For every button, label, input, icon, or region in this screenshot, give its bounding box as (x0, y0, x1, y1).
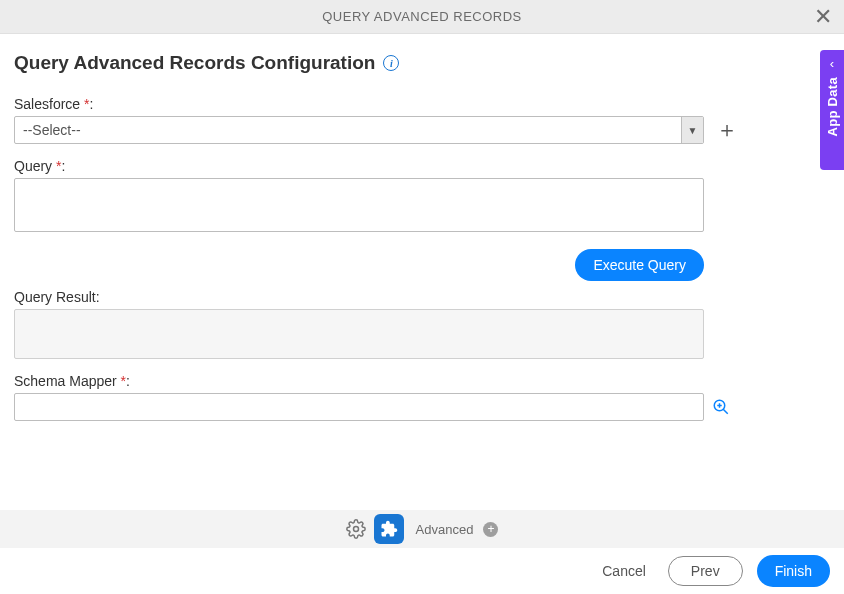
required-asterisk: * (56, 158, 61, 174)
query-label-text: Query (14, 158, 52, 174)
schema-field-group: Schema Mapper *: (14, 373, 830, 421)
add-salesforce-button[interactable]: ＋ (714, 119, 740, 141)
schema-mapper-label: Schema Mapper *: (14, 373, 830, 389)
chevron-left-icon: ‹ (830, 56, 834, 71)
advanced-label: Advanced (416, 522, 474, 537)
finish-button[interactable]: Finish (757, 555, 830, 587)
dialog-content: Query Advanced Records Configuration i S… (0, 34, 844, 421)
puzzle-icon[interactable] (374, 514, 404, 544)
close-icon[interactable]: ✕ (814, 6, 832, 28)
result-field-group: Query Result: (14, 289, 830, 359)
schema-row (14, 393, 830, 421)
execute-query-button[interactable]: Execute Query (575, 249, 704, 281)
app-data-panel-toggle[interactable]: ‹ App Data (820, 50, 844, 170)
execute-row: Execute Query (14, 249, 704, 281)
query-label: Query *: (14, 158, 830, 174)
info-icon[interactable]: i (383, 55, 399, 71)
schema-mapper-input[interactable] (14, 393, 704, 421)
query-result-box (14, 309, 704, 359)
cancel-button[interactable]: Cancel (594, 557, 654, 585)
salesforce-label: Salesforce *: (14, 96, 830, 112)
dialog-title: QUERY ADVANCED RECORDS (322, 9, 522, 24)
app-data-label: App Data (825, 77, 840, 136)
chevron-down-icon: ▼ (681, 117, 703, 143)
dialog-header: QUERY ADVANCED RECORDS ✕ (0, 0, 844, 34)
query-result-label: Query Result: (14, 289, 830, 305)
svg-point-4 (353, 527, 358, 532)
required-asterisk: * (84, 96, 89, 112)
zoom-icon[interactable] (712, 398, 730, 416)
salesforce-select-value: --Select-- (15, 117, 681, 143)
query-field-group: Query *: (14, 158, 830, 235)
salesforce-select[interactable]: --Select-- ▼ (14, 116, 704, 144)
query-input[interactable] (14, 178, 704, 232)
salesforce-field-group: Salesforce *: --Select-- ▼ ＋ (14, 96, 830, 144)
prev-button[interactable]: Prev (668, 556, 743, 586)
advanced-add-button[interactable]: + (483, 522, 498, 537)
dialog-footer: Cancel Prev Finish (0, 548, 844, 594)
schema-mapper-label-text: Schema Mapper (14, 373, 117, 389)
gear-icon[interactable] (346, 519, 366, 539)
page-title: Query Advanced Records Configuration (14, 52, 375, 74)
salesforce-select-row: --Select-- ▼ ＋ (14, 116, 830, 144)
svg-line-1 (723, 409, 728, 414)
bottom-toolbar: Advanced + (0, 510, 844, 548)
page-title-row: Query Advanced Records Configuration i (14, 52, 830, 74)
salesforce-label-text: Salesforce (14, 96, 80, 112)
required-asterisk: * (121, 373, 126, 389)
